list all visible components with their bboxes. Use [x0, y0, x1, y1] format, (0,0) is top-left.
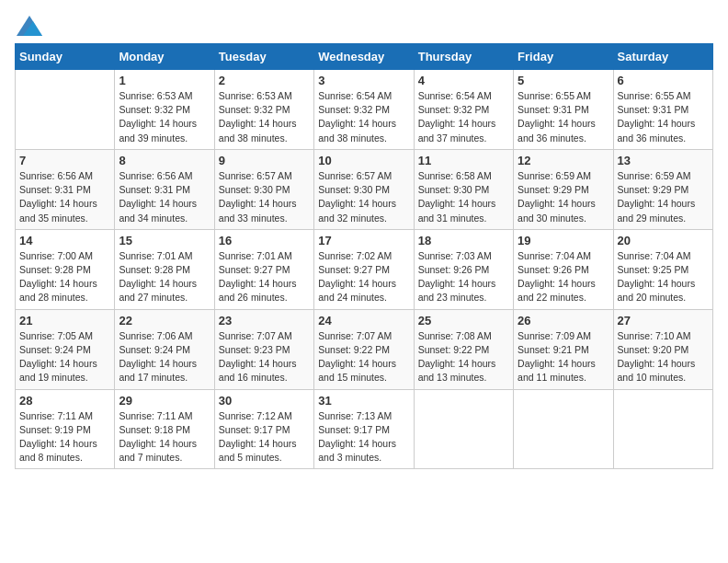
day-number: 25: [418, 314, 509, 327]
day-info: Sunrise: 7:03 AMSunset: 9:26 PMDaylight:…: [418, 249, 509, 305]
logo: [15, 15, 42, 36]
day-info: Sunrise: 7:05 AMSunset: 9:24 PMDaylight:…: [19, 329, 110, 385]
day-number: 1: [119, 74, 210, 87]
calendar-cell: 4Sunrise: 6:54 AMSunset: 9:32 PMDaylight…: [414, 70, 513, 150]
day-number: 21: [19, 314, 110, 327]
day-number: 13: [618, 154, 709, 167]
day-info: Sunrise: 6:55 AMSunset: 9:31 PMDaylight:…: [518, 89, 609, 145]
calendar-cell: 16Sunrise: 7:01 AMSunset: 9:27 PMDayligh…: [214, 229, 313, 309]
calendar-cell: 2Sunrise: 6:53 AMSunset: 9:32 PMDaylight…: [214, 70, 313, 150]
calendar-cell: [613, 389, 712, 469]
day-number: 12: [518, 154, 609, 167]
calendar-cell: 19Sunrise: 7:04 AMSunset: 9:26 PMDayligh…: [514, 229, 613, 309]
header-thursday: Thursday: [414, 44, 513, 70]
day-info: Sunrise: 7:06 AMSunset: 9:24 PMDaylight:…: [119, 329, 210, 385]
calendar-cell: 18Sunrise: 7:03 AMSunset: 9:26 PMDayligh…: [414, 229, 513, 309]
header-tuesday: Tuesday: [214, 44, 313, 70]
calendar-cell: 23Sunrise: 7:07 AMSunset: 9:23 PMDayligh…: [214, 309, 313, 389]
day-info: Sunrise: 6:57 AMSunset: 9:30 PMDaylight:…: [219, 169, 310, 225]
calendar-cell: 22Sunrise: 7:06 AMSunset: 9:24 PMDayligh…: [115, 309, 214, 389]
day-info: Sunrise: 6:55 AMSunset: 9:31 PMDaylight:…: [618, 89, 709, 145]
day-info: Sunrise: 7:10 AMSunset: 9:20 PMDaylight:…: [618, 329, 709, 385]
day-info: Sunrise: 7:01 AMSunset: 9:27 PMDaylight:…: [219, 249, 310, 305]
header-monday: Monday: [115, 44, 214, 70]
calendar-header-row: SundayMondayTuesdayWednesdayThursdayFrid…: [16, 44, 713, 70]
header-friday: Friday: [514, 44, 613, 70]
calendar-week-row: 14Sunrise: 7:00 AMSunset: 9:28 PMDayligh…: [16, 229, 713, 309]
calendar-table: SundayMondayTuesdayWednesdayThursdayFrid…: [15, 43, 713, 469]
calendar-week-row: 7Sunrise: 6:56 AMSunset: 9:31 PMDaylight…: [16, 149, 713, 229]
calendar-cell: 6Sunrise: 6:55 AMSunset: 9:31 PMDaylight…: [613, 70, 712, 150]
day-number: 10: [318, 154, 409, 167]
calendar-cell: 3Sunrise: 6:54 AMSunset: 9:32 PMDaylight…: [314, 70, 414, 150]
day-info: Sunrise: 7:11 AMSunset: 9:19 PMDaylight:…: [19, 409, 110, 465]
day-number: 27: [618, 314, 709, 327]
day-info: Sunrise: 7:11 AMSunset: 9:18 PMDaylight:…: [119, 409, 210, 465]
calendar-cell: 27Sunrise: 7:10 AMSunset: 9:20 PMDayligh…: [613, 309, 712, 389]
day-number: 15: [119, 234, 210, 247]
calendar-cell: 30Sunrise: 7:12 AMSunset: 9:17 PMDayligh…: [214, 389, 313, 469]
day-number: 4: [418, 74, 509, 87]
day-info: Sunrise: 7:09 AMSunset: 9:21 PMDaylight:…: [518, 329, 609, 385]
calendar-cell: [514, 389, 613, 469]
calendar-cell: 20Sunrise: 7:04 AMSunset: 9:25 PMDayligh…: [613, 229, 712, 309]
day-number: 18: [418, 234, 509, 247]
day-info: Sunrise: 6:59 AMSunset: 9:29 PMDaylight:…: [518, 169, 609, 225]
day-info: Sunrise: 6:57 AMSunset: 9:30 PMDaylight:…: [318, 169, 409, 225]
day-info: Sunrise: 7:00 AMSunset: 9:28 PMDaylight:…: [19, 249, 110, 305]
calendar-week-row: 21Sunrise: 7:05 AMSunset: 9:24 PMDayligh…: [16, 309, 713, 389]
calendar-cell: 17Sunrise: 7:02 AMSunset: 9:27 PMDayligh…: [314, 229, 414, 309]
page-header: [15, 15, 713, 36]
day-number: 2: [219, 74, 310, 87]
calendar-cell: 12Sunrise: 6:59 AMSunset: 9:29 PMDayligh…: [514, 149, 613, 229]
calendar-cell: 7Sunrise: 6:56 AMSunset: 9:31 PMDaylight…: [16, 149, 115, 229]
calendar-cell: 21Sunrise: 7:05 AMSunset: 9:24 PMDayligh…: [16, 309, 115, 389]
day-info: Sunrise: 6:54 AMSunset: 9:32 PMDaylight:…: [418, 89, 509, 145]
calendar-cell: 10Sunrise: 6:57 AMSunset: 9:30 PMDayligh…: [314, 149, 414, 229]
header-sunday: Sunday: [16, 44, 115, 70]
day-number: 8: [119, 154, 210, 167]
day-number: 31: [318, 394, 409, 408]
calendar-cell: 31Sunrise: 7:13 AMSunset: 9:17 PMDayligh…: [314, 389, 414, 469]
day-info: Sunrise: 6:53 AMSunset: 9:32 PMDaylight:…: [219, 89, 310, 145]
day-number: 5: [518, 74, 609, 87]
day-number: 20: [618, 234, 709, 247]
calendar-week-row: 28Sunrise: 7:11 AMSunset: 9:19 PMDayligh…: [16, 389, 713, 469]
day-number: 30: [219, 394, 310, 408]
calendar-cell: 11Sunrise: 6:58 AMSunset: 9:30 PMDayligh…: [414, 149, 513, 229]
calendar-cell: 9Sunrise: 6:57 AMSunset: 9:30 PMDaylight…: [214, 149, 313, 229]
day-info: Sunrise: 7:01 AMSunset: 9:28 PMDaylight:…: [119, 249, 210, 305]
calendar-cell: 13Sunrise: 6:59 AMSunset: 9:29 PMDayligh…: [613, 149, 712, 229]
day-number: 6: [618, 74, 709, 87]
header-saturday: Saturday: [613, 44, 712, 70]
day-info: Sunrise: 7:02 AMSunset: 9:27 PMDaylight:…: [318, 249, 409, 305]
calendar-cell: 15Sunrise: 7:01 AMSunset: 9:28 PMDayligh…: [115, 229, 214, 309]
calendar-cell: 14Sunrise: 7:00 AMSunset: 9:28 PMDayligh…: [16, 229, 115, 309]
calendar-cell: 26Sunrise: 7:09 AMSunset: 9:21 PMDayligh…: [514, 309, 613, 389]
day-info: Sunrise: 7:04 AMSunset: 9:26 PMDaylight:…: [518, 249, 609, 305]
calendar-cell: 25Sunrise: 7:08 AMSunset: 9:22 PMDayligh…: [414, 309, 513, 389]
calendar-cell: 28Sunrise: 7:11 AMSunset: 9:19 PMDayligh…: [16, 389, 115, 469]
calendar-cell: 5Sunrise: 6:55 AMSunset: 9:31 PMDaylight…: [514, 70, 613, 150]
day-info: Sunrise: 7:13 AMSunset: 9:17 PMDaylight:…: [318, 409, 409, 465]
day-number: 23: [219, 314, 310, 327]
day-info: Sunrise: 7:04 AMSunset: 9:25 PMDaylight:…: [618, 249, 709, 305]
calendar-cell: [414, 389, 513, 469]
day-info: Sunrise: 6:59 AMSunset: 9:29 PMDaylight:…: [618, 169, 709, 225]
day-number: 14: [19, 234, 110, 247]
day-number: 29: [119, 394, 210, 408]
calendar-cell: [16, 70, 115, 150]
day-number: 9: [219, 154, 310, 167]
day-number: 11: [418, 154, 509, 167]
day-number: 19: [518, 234, 609, 247]
day-number: 24: [318, 314, 409, 327]
day-info: Sunrise: 7:12 AMSunset: 9:17 PMDaylight:…: [219, 409, 310, 465]
day-number: 22: [119, 314, 210, 327]
day-number: 17: [318, 234, 409, 247]
day-info: Sunrise: 7:08 AMSunset: 9:22 PMDaylight:…: [418, 329, 509, 385]
logo-icon: [17, 16, 42, 36]
day-info: Sunrise: 6:53 AMSunset: 9:32 PMDaylight:…: [119, 89, 210, 145]
day-number: 3: [318, 74, 409, 87]
calendar-cell: 29Sunrise: 7:11 AMSunset: 9:18 PMDayligh…: [115, 389, 214, 469]
day-number: 28: [19, 394, 110, 408]
